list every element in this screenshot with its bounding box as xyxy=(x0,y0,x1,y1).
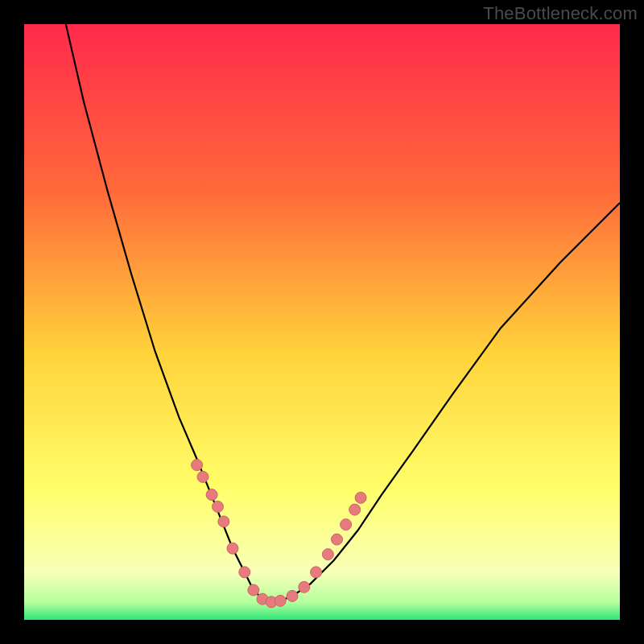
data-marker xyxy=(239,567,250,578)
data-marker xyxy=(213,501,224,512)
data-marker xyxy=(227,543,238,554)
data-marker xyxy=(192,460,203,471)
gradient-background xyxy=(24,24,620,620)
data-marker xyxy=(287,590,298,601)
data-marker xyxy=(355,492,366,503)
data-marker xyxy=(341,519,352,530)
data-marker xyxy=(197,471,208,482)
data-marker xyxy=(275,595,286,606)
plot-area xyxy=(24,24,620,620)
data-marker xyxy=(332,534,343,545)
data-marker xyxy=(248,584,259,596)
data-marker xyxy=(322,549,333,560)
data-marker xyxy=(311,567,322,578)
watermark-text: TheBottleneck.com xyxy=(483,3,638,24)
data-marker xyxy=(218,516,229,527)
outer-frame: TheBottleneck.com xyxy=(0,0,644,644)
data-marker xyxy=(299,581,310,592)
chart-svg xyxy=(24,24,620,620)
data-marker xyxy=(349,504,361,515)
data-marker xyxy=(206,489,217,501)
